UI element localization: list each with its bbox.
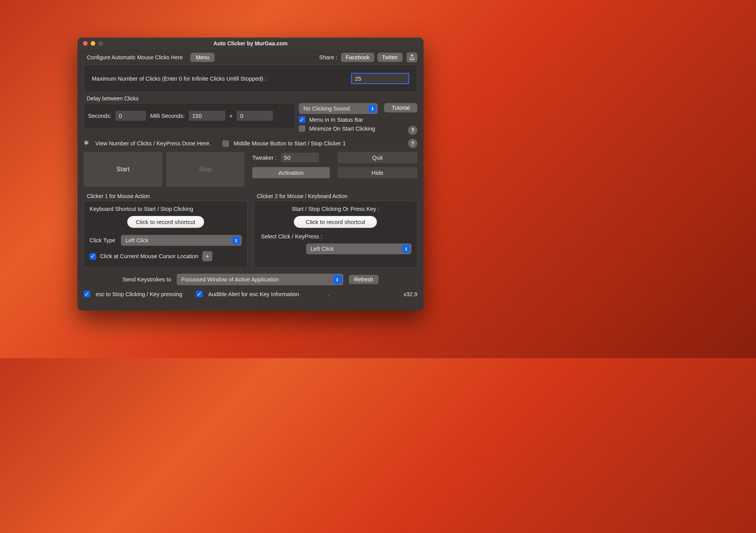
window-title: Auto Clicker by MurGaa.com [77, 40, 424, 47]
start-button[interactable]: Start [84, 152, 162, 187]
keystrokes-select[interactable]: Focussed Window of Active Application ▴▾ [177, 274, 343, 285]
share-icon[interactable] [406, 52, 417, 62]
tweaker-label: Tweaker : [252, 155, 277, 161]
sound-select[interactable]: No Clicking Sound ▴▾ [299, 103, 378, 114]
clicker2-title: Clicker 2 for Mouse / Keyboard Action [257, 193, 418, 199]
quit-button[interactable]: Quit [338, 152, 417, 163]
clicker2-select-value: Left Click [311, 246, 334, 252]
max-clicks-panel: Maximum Number of Clicks (Enter 0 for In… [84, 65, 417, 92]
delay-far-right: Tutorial ? [382, 103, 417, 135]
clicker1-record-button[interactable]: Click to record shortcut [127, 216, 204, 228]
milli-label: Milli Seconds: [150, 113, 184, 119]
plus-label: + [229, 113, 232, 119]
delay-panel: Seconds: Milli Seconds: + [84, 103, 295, 128]
clicker2-panel: Start / Stop Clicking Or Press Key : Cli… [254, 201, 418, 267]
view-clicks-label: View Number of Clicks / KeyPress Done He… [95, 140, 211, 147]
delay-section-label: Delay between Clicks [87, 95, 417, 102]
esc-stop-checkbox[interactable]: ✓ [84, 291, 90, 297]
chevron-updown-icon: ▴▾ [369, 105, 376, 112]
configure-label: Configure Automatic Mouse Clicks Here [87, 54, 183, 60]
minimize-label: Minimize On Start Clicking [309, 126, 375, 132]
esc-stop-label: esc to Stop Clicking / Key pressing [96, 291, 182, 297]
middle-mouse-checkbox[interactable] [222, 140, 229, 147]
max-clicks-input[interactable] [351, 73, 409, 84]
cursor-location-checkbox[interactable]: ✓ [90, 253, 96, 260]
clicker2-record-button[interactable]: Click to record shortcut [294, 216, 377, 228]
chevron-updown-icon: ▴▾ [333, 275, 342, 284]
titlebar: Auto Clicker by MurGaa.com [77, 38, 424, 49]
sound-select-value: No Clicking Sound [303, 105, 350, 112]
clicker1-shortcut-label: Keyboard Shortcut to Start / Stop Clicki… [90, 206, 242, 212]
keystrokes-value: Focussed Window of Active Application [181, 276, 279, 283]
audible-checkbox[interactable]: ✓ [196, 291, 203, 297]
app-window: Auto Clicker by MurGaa.com Configure Aut… [77, 38, 424, 310]
clicker2-shortcut-label: Start / Stop Clicking Or Press Key : [260, 206, 412, 212]
clicker2-select[interactable]: Left Click ▴▾ [306, 243, 412, 254]
seconds-label: Seconds: [88, 113, 111, 119]
menu-statusbar-label: Menu in In Status Bar [309, 117, 363, 123]
delay-right-stack: No Clicking Sound ▴▾ ✓ Menu in In Status… [299, 103, 378, 132]
click-type-value: Left Click [126, 237, 149, 243]
twitter-button[interactable]: Twitter [377, 53, 403, 62]
extra-milli-input[interactable] [236, 110, 273, 121]
chevron-updown-icon: ▴▾ [402, 245, 410, 253]
top-row: Configure Automatic Mouse Clicks Here Me… [84, 52, 417, 62]
middle-mouse-label: Middle Mouse Button to Start / Stop Clic… [234, 140, 346, 147]
clicker1-title: Clicker 1 for Mouse Action [87, 193, 248, 199]
seconds-input[interactable] [115, 110, 146, 121]
minimize-checkbox[interactable] [299, 125, 305, 132]
help-minimize-icon[interactable]: ? [408, 126, 417, 135]
tweaker-input[interactable] [281, 152, 319, 163]
menu-statusbar-checkbox[interactable]: ✓ [299, 116, 305, 123]
content-area: Configure Automatic Mouse Clicks Here Me… [77, 49, 424, 302]
hide-button[interactable]: Hide [338, 167, 417, 178]
chevron-updown-icon: ▴▾ [232, 236, 240, 244]
max-clicks-label: Maximum Number of Clicks (Enter 0 for In… [92, 76, 266, 82]
version-label: v32.9 [404, 291, 417, 297]
clicker1-panel: Keyboard Shortcut to Start / Stop Clicki… [84, 201, 248, 267]
help-middle-mouse-icon[interactable]: ? [408, 139, 417, 148]
stop-button[interactable]: Stop [166, 152, 245, 187]
keystrokes-label: Send Keystrokes to [122, 276, 171, 283]
milli-input[interactable] [189, 110, 226, 121]
menu-button[interactable]: Menu [190, 53, 215, 62]
audible-label: Audible Alert for esc Key Information [208, 291, 299, 297]
refresh-button[interactable]: Refresh [349, 275, 379, 284]
spinner-icon [84, 140, 91, 147]
add-location-button[interactable]: ＋ [202, 251, 212, 261]
facebook-button[interactable]: Facebook [341, 53, 374, 62]
click-type-label: Click Type [90, 237, 115, 243]
share-label: Share : [319, 54, 338, 60]
activation-button[interactable]: Activation [252, 167, 330, 178]
dot-label: . [328, 291, 329, 297]
cursor-location-label: Click at Current Mouse Cursor Location [100, 253, 198, 259]
tutorial-button[interactable]: Tutorial [384, 103, 417, 112]
clicker2-select-label: Select Click / KeyPress : [261, 233, 412, 240]
click-type-select[interactable]: Left Click ▴▾ [121, 235, 242, 246]
